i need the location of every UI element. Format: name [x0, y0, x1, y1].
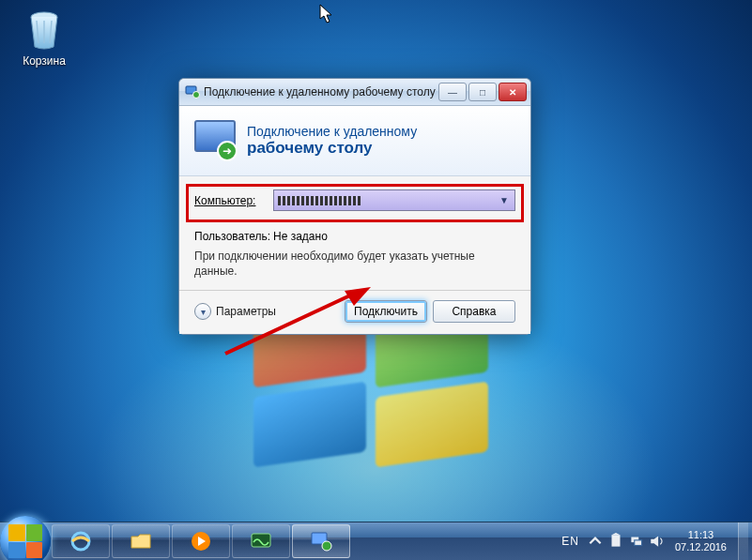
- volume-icon[interactable]: [649, 533, 666, 550]
- rdp-window: Подключение к удаленному рабочему столу …: [178, 78, 531, 335]
- taskbar-explorer[interactable]: [112, 524, 170, 558]
- media-player-icon: [189, 529, 213, 553]
- network-icon[interactable]: [628, 533, 645, 550]
- computer-combobox[interactable]: ▼: [273, 189, 515, 211]
- user-label: Пользователь:: [194, 230, 273, 243]
- header-line1: Подключение к удаленному: [247, 124, 417, 139]
- options-toggle[interactable]: ▾ Параметры: [194, 303, 276, 320]
- tray-chevron-up-icon[interactable]: [587, 533, 604, 550]
- help-button[interactable]: Справка: [433, 300, 515, 323]
- computer-field-highlight: Компьютер: ▼: [186, 184, 524, 222]
- clock-time: 11:13: [675, 529, 727, 541]
- svg-point-10: [322, 541, 331, 551]
- connect-button[interactable]: Подключить: [345, 300, 427, 323]
- ie-icon: [69, 529, 93, 553]
- folder-icon: [129, 529, 153, 553]
- action-center-icon[interactable]: [607, 533, 624, 550]
- taskbar: EN 11:13 07.12.2016: [0, 522, 752, 560]
- show-desktop-button[interactable]: [738, 522, 748, 560]
- taskbar-ie[interactable]: [52, 524, 110, 558]
- taskbar-media-player[interactable]: [172, 524, 230, 558]
- desktop[interactable]: Корзина Подключение к удаленному рабочем…: [0, 0, 752, 560]
- svg-point-5: [72, 533, 89, 550]
- taskbar-rdp[interactable]: [292, 524, 350, 558]
- titlebar[interactable]: Подключение к удаленному рабочему столу …: [179, 79, 530, 106]
- rdp-header-icon: ➜: [192, 118, 238, 163]
- rdp-title-icon: [185, 84, 200, 99]
- computer-label: Компьютер:: [194, 194, 273, 207]
- user-value: Не задано: [273, 230, 328, 243]
- rdp-taskbar-icon: [309, 529, 333, 553]
- credentials-info-text: При подключении необходимо будет указать…: [194, 249, 515, 279]
- language-indicator[interactable]: EN: [556, 535, 585, 548]
- recycle-bin-icon: [22, 8, 67, 53]
- desktop-icon-recycle-bin[interactable]: Корзина: [11, 8, 77, 68]
- start-button[interactable]: [0, 522, 51, 560]
- monitor-green-icon: [249, 529, 273, 553]
- chevron-down-icon: ▼: [499, 195, 509, 205]
- minimize-button[interactable]: —: [438, 83, 467, 101]
- desktop-icon-label: Корзина: [11, 54, 77, 68]
- options-label: Параметры: [216, 305, 276, 318]
- system-tray: EN 11:13 07.12.2016: [552, 522, 752, 560]
- separator: [179, 290, 530, 291]
- windows-orb-icon: [0, 516, 51, 560]
- mouse-cursor-icon: [319, 4, 334, 24]
- clock-date: 07.12.2016: [675, 541, 727, 553]
- close-button[interactable]: ✕: [499, 83, 527, 101]
- clock[interactable]: 11:13 07.12.2016: [668, 529, 734, 552]
- dialog-header: ➜ Подключение к удаленному рабочему стол…: [179, 106, 530, 176]
- maximize-button[interactable]: □: [468, 83, 497, 101]
- taskbar-app-green[interactable]: [232, 524, 290, 558]
- window-title: Подключение к удаленному рабочему столу: [204, 85, 438, 98]
- chevron-down-icon: ▾: [194, 303, 211, 320]
- svg-rect-13: [635, 540, 642, 546]
- computer-value-redacted: [278, 196, 362, 205]
- svg-rect-11: [611, 535, 620, 546]
- svg-point-2: [193, 92, 200, 98]
- header-line2: рабочему столу: [247, 139, 417, 158]
